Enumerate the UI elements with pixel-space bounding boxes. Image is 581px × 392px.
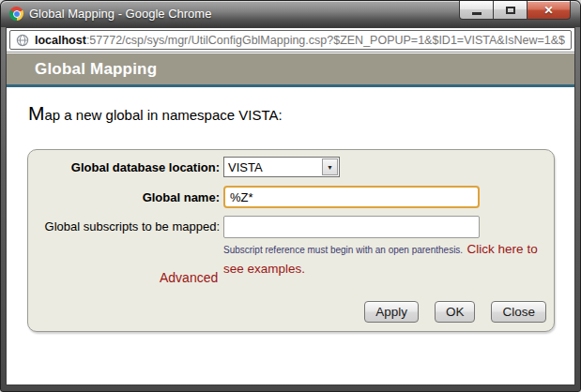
select-selected-value: VISTA bbox=[224, 160, 322, 174]
window-controls: ✕ bbox=[459, 1, 571, 20]
url-host: localhost bbox=[35, 34, 86, 47]
page-content: Global Mapping Map a new global in names… bbox=[7, 53, 574, 384]
intro-rest: ap a new global in namespace VISTA: bbox=[45, 107, 283, 123]
maximize-icon bbox=[506, 7, 515, 14]
window-title: Global Mapping - Google Chrome bbox=[29, 7, 211, 21]
subscripts-label: Global subscripts to be mapped: bbox=[30, 219, 220, 234]
close-icon: ✕ bbox=[543, 5, 553, 16]
global-name-input[interactable] bbox=[223, 186, 480, 208]
chrome-logo-icon bbox=[9, 7, 23, 21]
close-button[interactable]: Close bbox=[491, 301, 546, 323]
browser-popup-window: Global Mapping - Google Chrome ✕ bbox=[0, 0, 581, 392]
address-bar[interactable]: localhost:57772/csp/sys/mgr/UtilConfigGb… bbox=[9, 30, 572, 50]
intro-text: Map a new global in namespace VISTA: bbox=[28, 102, 283, 125]
hint-text: Subscript reference must begin with an o… bbox=[223, 245, 463, 255]
browser-client-area: localhost:57772/csp/sys/mgr/UtilConfigGb… bbox=[6, 27, 575, 385]
global-name-label: Global name: bbox=[30, 190, 220, 204]
maximize-button[interactable] bbox=[493, 1, 527, 20]
global-mapping-form: Global database location: VISTA ▼ Global… bbox=[27, 149, 555, 332]
intro-first-letter: M bbox=[28, 102, 45, 124]
minimize-button[interactable] bbox=[459, 1, 494, 20]
url-path: :57772/csp/sys/mgr/UtilConfigGblMapping.… bbox=[86, 34, 565, 47]
minimize-icon bbox=[472, 12, 482, 15]
form-button-row: Apply OK Close bbox=[364, 301, 546, 323]
db-location-label: Global database location: bbox=[30, 160, 220, 174]
window-titlebar[interactable]: Global Mapping - Google Chrome ✕ bbox=[1, 1, 580, 27]
page-title: Global Mapping bbox=[35, 60, 157, 79]
ok-button[interactable]: OK bbox=[435, 301, 476, 323]
advanced-link[interactable]: Advanced bbox=[160, 270, 218, 285]
globe-icon[interactable] bbox=[16, 34, 29, 47]
browser-toolbar: localhost:57772/csp/sys/mgr/UtilConfigGb… bbox=[7, 28, 574, 53]
apply-button[interactable]: Apply bbox=[364, 301, 419, 323]
subscript-hint: Subscript reference must begin with an o… bbox=[223, 239, 551, 278]
chevron-down-icon[interactable]: ▼ bbox=[322, 158, 338, 175]
url-text[interactable]: localhost:57772/csp/sys/mgr/UtilConfigGb… bbox=[35, 34, 565, 47]
chrome-logo-center bbox=[13, 10, 21, 18]
page-header: Global Mapping bbox=[7, 53, 574, 87]
global-database-location-select[interactable]: VISTA ▼ bbox=[223, 157, 340, 177]
close-window-button[interactable]: ✕ bbox=[527, 1, 571, 20]
global-subscripts-input[interactable] bbox=[223, 216, 480, 238]
